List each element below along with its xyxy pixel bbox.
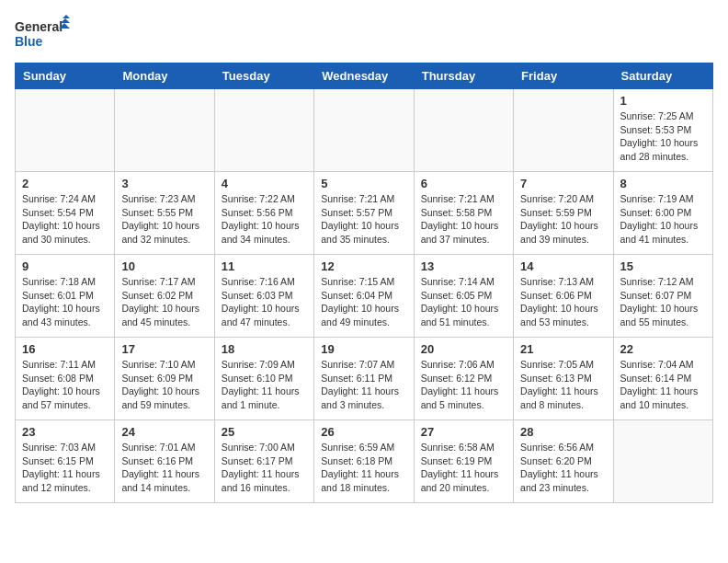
day-number: 26 <box>321 425 406 439</box>
day-info: Sunrise: 7:06 AM Sunset: 6:12 PM Dayligh… <box>421 358 506 412</box>
day-info: Sunrise: 7:07 AM Sunset: 6:11 PM Dayligh… <box>321 358 406 412</box>
day-number: 12 <box>321 259 406 273</box>
calendar-cell: 8Sunrise: 7:19 AM Sunset: 6:00 PM Daylig… <box>613 172 712 255</box>
logo-svg: General Blue <box>15 15 70 55</box>
week-row-1: 1Sunrise: 7:25 AM Sunset: 5:53 PM Daylig… <box>16 89 713 172</box>
day-info: Sunrise: 7:19 AM Sunset: 6:00 PM Dayligh… <box>620 192 706 247</box>
day-info: Sunrise: 7:13 AM Sunset: 6:06 PM Dayligh… <box>520 275 606 329</box>
day-info: Sunrise: 7:21 AM Sunset: 5:57 PM Dayligh… <box>321 192 406 247</box>
day-number: 22 <box>620 342 706 356</box>
day-number: 4 <box>222 177 307 190</box>
calendar-cell: 17Sunrise: 7:10 AM Sunset: 6:09 PM Dayli… <box>115 338 214 420</box>
week-row-4: 16Sunrise: 7:11 AM Sunset: 6:08 PM Dayli… <box>16 338 713 420</box>
day-number: 8 <box>620 177 706 190</box>
calendar-cell <box>214 89 313 172</box>
calendar-cell: 27Sunrise: 6:58 AM Sunset: 6:19 PM Dayli… <box>414 420 513 503</box>
calendar-cell: 1Sunrise: 7:25 AM Sunset: 5:53 PM Daylig… <box>613 89 712 172</box>
calendar-cell: 3Sunrise: 7:23 AM Sunset: 5:55 PM Daylig… <box>115 172 214 255</box>
day-number: 14 <box>520 259 606 273</box>
calendar-cell: 13Sunrise: 7:14 AM Sunset: 6:05 PM Dayli… <box>414 255 513 338</box>
svg-text:General: General <box>15 19 63 34</box>
day-info: Sunrise: 7:17 AM Sunset: 6:02 PM Dayligh… <box>121 275 207 329</box>
day-number: 10 <box>121 259 207 273</box>
day-number: 3 <box>121 177 207 190</box>
weekday-header-monday: Monday <box>115 63 214 89</box>
day-number: 20 <box>421 342 506 356</box>
svg-marker-2 <box>63 15 70 18</box>
calendar-cell: 19Sunrise: 7:07 AM Sunset: 6:11 PM Dayli… <box>314 338 414 420</box>
calendar-table: SundayMondayTuesdayWednesdayThursdayFrid… <box>15 63 713 503</box>
day-number: 21 <box>520 342 606 356</box>
weekday-header-wednesday: Wednesday <box>314 63 414 89</box>
day-number: 11 <box>222 259 307 273</box>
calendar-cell: 22Sunrise: 7:04 AM Sunset: 6:14 PM Dayli… <box>613 338 712 420</box>
calendar-cell <box>115 89 214 172</box>
page-header: General Blue <box>15 15 713 55</box>
calendar-cell: 10Sunrise: 7:17 AM Sunset: 6:02 PM Dayli… <box>115 255 214 338</box>
calendar-cell: 5Sunrise: 7:21 AM Sunset: 5:57 PM Daylig… <box>314 172 414 255</box>
day-info: Sunrise: 6:58 AM Sunset: 6:19 PM Dayligh… <box>421 441 506 495</box>
day-info: Sunrise: 7:04 AM Sunset: 6:14 PM Dayligh… <box>620 358 706 412</box>
calendar-cell <box>314 89 414 172</box>
calendar-cell: 14Sunrise: 7:13 AM Sunset: 6:06 PM Dayli… <box>514 255 613 338</box>
calendar-cell: 26Sunrise: 6:59 AM Sunset: 6:18 PM Dayli… <box>314 420 414 503</box>
day-number: 13 <box>421 259 506 273</box>
day-number: 23 <box>22 425 108 439</box>
calendar-cell <box>16 89 115 172</box>
day-info: Sunrise: 7:16 AM Sunset: 6:03 PM Dayligh… <box>222 275 307 329</box>
day-number: 2 <box>22 177 108 190</box>
calendar-cell: 20Sunrise: 7:06 AM Sunset: 6:12 PM Dayli… <box>414 338 513 420</box>
day-info: Sunrise: 7:11 AM Sunset: 6:08 PM Dayligh… <box>22 358 108 412</box>
week-row-2: 2Sunrise: 7:24 AM Sunset: 5:54 PM Daylig… <box>16 172 713 255</box>
day-info: Sunrise: 7:00 AM Sunset: 6:17 PM Dayligh… <box>222 441 307 495</box>
day-number: 27 <box>421 425 506 439</box>
day-info: Sunrise: 7:18 AM Sunset: 6:01 PM Dayligh… <box>22 275 108 329</box>
weekday-header-thursday: Thursday <box>414 63 513 89</box>
calendar-cell <box>613 420 712 503</box>
calendar-cell: 21Sunrise: 7:05 AM Sunset: 6:13 PM Dayli… <box>514 338 613 420</box>
weekday-header-sunday: Sunday <box>16 63 115 89</box>
calendar-cell: 28Sunrise: 6:56 AM Sunset: 6:20 PM Dayli… <box>514 420 613 503</box>
day-info: Sunrise: 7:12 AM Sunset: 6:07 PM Dayligh… <box>620 275 706 329</box>
day-number: 1 <box>620 94 706 108</box>
day-info: Sunrise: 7:10 AM Sunset: 6:09 PM Dayligh… <box>121 358 207 412</box>
calendar-cell: 6Sunrise: 7:21 AM Sunset: 5:58 PM Daylig… <box>414 172 513 255</box>
day-info: Sunrise: 6:56 AM Sunset: 6:20 PM Dayligh… <box>520 441 606 495</box>
weekday-header-saturday: Saturday <box>613 63 712 89</box>
day-number: 5 <box>321 177 406 190</box>
calendar-cell: 12Sunrise: 7:15 AM Sunset: 6:04 PM Dayli… <box>314 255 414 338</box>
calendar-cell: 2Sunrise: 7:24 AM Sunset: 5:54 PM Daylig… <box>16 172 115 255</box>
day-info: Sunrise: 7:21 AM Sunset: 5:58 PM Dayligh… <box>421 192 506 247</box>
day-info: Sunrise: 7:05 AM Sunset: 6:13 PM Dayligh… <box>520 358 606 412</box>
calendar-cell: 9Sunrise: 7:18 AM Sunset: 6:01 PM Daylig… <box>16 255 115 338</box>
week-row-3: 9Sunrise: 7:18 AM Sunset: 6:01 PM Daylig… <box>16 255 713 338</box>
day-info: Sunrise: 6:59 AM Sunset: 6:18 PM Dayligh… <box>321 441 406 495</box>
day-info: Sunrise: 7:09 AM Sunset: 6:10 PM Dayligh… <box>222 358 307 412</box>
day-number: 6 <box>421 177 506 190</box>
weekday-header-row: SundayMondayTuesdayWednesdayThursdayFrid… <box>16 63 713 89</box>
day-number: 18 <box>222 342 307 356</box>
day-info: Sunrise: 7:03 AM Sunset: 6:15 PM Dayligh… <box>22 441 108 495</box>
day-info: Sunrise: 7:14 AM Sunset: 6:05 PM Dayligh… <box>421 275 506 329</box>
day-number: 9 <box>22 259 108 273</box>
calendar-cell: 18Sunrise: 7:09 AM Sunset: 6:10 PM Dayli… <box>214 338 313 420</box>
day-number: 17 <box>121 342 207 356</box>
calendar-cell: 25Sunrise: 7:00 AM Sunset: 6:17 PM Dayli… <box>214 420 313 503</box>
day-info: Sunrise: 7:22 AM Sunset: 5:56 PM Dayligh… <box>222 192 307 247</box>
logo: General Blue <box>15 15 70 55</box>
calendar-cell: 16Sunrise: 7:11 AM Sunset: 6:08 PM Dayli… <box>16 338 115 420</box>
day-number: 16 <box>22 342 108 356</box>
weekday-header-tuesday: Tuesday <box>214 63 313 89</box>
day-info: Sunrise: 7:25 AM Sunset: 5:53 PM Dayligh… <box>620 109 706 164</box>
day-number: 19 <box>321 342 406 356</box>
day-number: 24 <box>121 425 207 439</box>
day-info: Sunrise: 7:23 AM Sunset: 5:55 PM Dayligh… <box>121 192 207 247</box>
calendar-cell: 11Sunrise: 7:16 AM Sunset: 6:03 PM Dayli… <box>214 255 313 338</box>
calendar-cell <box>514 89 613 172</box>
svg-text:Blue: Blue <box>15 34 43 49</box>
day-number: 7 <box>520 177 606 190</box>
day-info: Sunrise: 7:01 AM Sunset: 6:16 PM Dayligh… <box>121 441 207 495</box>
day-number: 28 <box>520 425 606 439</box>
calendar-cell <box>414 89 513 172</box>
calendar-cell: 15Sunrise: 7:12 AM Sunset: 6:07 PM Dayli… <box>613 255 712 338</box>
